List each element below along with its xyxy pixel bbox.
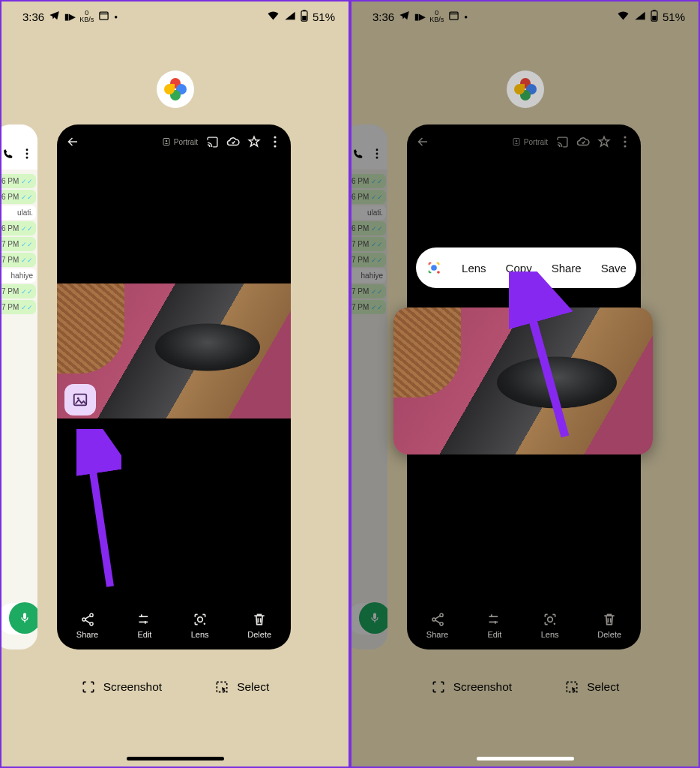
more-icon xyxy=(25,148,28,159)
google-photos-app-icon[interactable] xyxy=(157,70,194,108)
whatsapp-header xyxy=(350,124,387,170)
svg-point-31 xyxy=(376,157,378,159)
status-right: 51% xyxy=(267,10,335,24)
svg-point-21 xyxy=(203,623,205,626)
dot-icon: ● xyxy=(464,14,468,20)
list-item: 7 PM ✓✓ xyxy=(0,253,36,267)
share-icon xyxy=(80,612,95,627)
whatsapp-recent-card[interactable]: 6 PM ✓✓ 6 PM ✓✓ ulati. 6 PM ✓✓ 7 PM ✓✓ 7… xyxy=(350,124,387,650)
list-item: 6 PM ✓✓ xyxy=(0,190,36,204)
list-item: 7 PM ✓✓ xyxy=(0,300,36,314)
whatsapp-messages: 6 PM ✓✓ 6 PM ✓✓ ulati. 6 PM ✓✓ 7 PM ✓✓ 7… xyxy=(0,170,37,319)
screenshot-button[interactable]: Screenshot xyxy=(431,680,512,694)
image-picker-button[interactable] xyxy=(64,384,96,416)
list-item: 7 PM ✓✓ xyxy=(0,237,36,251)
screenshot-label: Screenshot xyxy=(453,680,512,694)
google-photos-recent-card[interactable]: Portrait xyxy=(57,124,291,650)
edit-button[interactable]: Edit xyxy=(137,612,152,639)
delete-label: Delete xyxy=(247,630,271,639)
more-icon[interactable] xyxy=(618,135,632,148)
photo-device-region xyxy=(155,323,260,370)
delete-button[interactable]: Delete xyxy=(597,612,621,639)
photo-content[interactable] xyxy=(57,284,291,418)
popup-save-button[interactable]: Save xyxy=(601,262,627,274)
edit-button[interactable]: Edit xyxy=(487,612,502,639)
star-icon[interactable] xyxy=(247,135,261,148)
image-icon xyxy=(72,392,88,408)
list-item: 7 PM ✓✓ xyxy=(350,300,386,314)
photo-bottom-actions: Share Edit Lens Delete xyxy=(57,612,291,639)
google-lens-icon xyxy=(426,260,442,276)
screenshot-right: 3:36 ▮▶ 0KB/s ● 51% 6 PM ✓✓ 6 PM ✓✓ ulat… xyxy=(350,0,700,768)
select-button[interactable]: Select xyxy=(564,680,619,694)
cloud-icon[interactable] xyxy=(226,135,240,148)
svg-point-5 xyxy=(26,148,28,151)
mic-icon xyxy=(369,612,381,624)
svg-point-42 xyxy=(547,617,552,622)
more-icon xyxy=(375,148,378,159)
svg-point-7 xyxy=(26,157,28,159)
photo-basket-region xyxy=(393,308,461,398)
cast-icon[interactable] xyxy=(205,135,219,148)
back-icon[interactable] xyxy=(416,135,429,148)
lens-button[interactable]: Lens xyxy=(541,612,559,639)
svg-rect-0 xyxy=(100,12,108,20)
popup-share-button[interactable]: Share xyxy=(552,262,582,274)
portrait-chip[interactable]: Portrait xyxy=(162,137,198,146)
share-button[interactable]: Share xyxy=(76,612,98,639)
cloud-icon[interactable] xyxy=(576,135,590,148)
popup-lens-button[interactable]: Lens xyxy=(462,262,486,274)
trash-icon xyxy=(252,612,267,627)
svg-rect-4 xyxy=(302,16,307,20)
svg-point-36 xyxy=(624,145,626,147)
status-right: 51% xyxy=(617,10,685,24)
screenshot-label: Screenshot xyxy=(103,680,162,694)
lens-icon xyxy=(543,612,558,627)
whatsapp-mic-button[interactable] xyxy=(359,602,387,634)
list-item: 7 PM ✓✓ xyxy=(350,284,386,298)
cast-icon[interactable] xyxy=(555,135,569,148)
battery-text: 51% xyxy=(663,10,685,23)
photo-device-region xyxy=(497,357,617,409)
svg-rect-24 xyxy=(450,12,458,20)
clock: 3:36 xyxy=(22,10,44,23)
svg-point-40 xyxy=(491,616,493,618)
list-item: ulati. xyxy=(0,206,36,220)
select-icon xyxy=(214,680,229,694)
more-icon[interactable] xyxy=(268,135,282,148)
svg-rect-3 xyxy=(303,10,305,11)
screenshot-button[interactable]: Screenshot xyxy=(81,680,162,694)
telegram-icon xyxy=(399,10,410,23)
id-icon: ▮▶ xyxy=(414,12,425,22)
svg-point-44 xyxy=(431,265,437,271)
edit-label: Edit xyxy=(137,630,151,639)
google-photos-app-icon[interactable] xyxy=(507,70,544,108)
list-item: 6 PM ✓✓ xyxy=(350,174,386,188)
trash-icon xyxy=(602,612,617,627)
svg-rect-28 xyxy=(652,16,657,20)
popup-copy-button[interactable]: Copy xyxy=(506,262,532,274)
id-icon: ▮▶ xyxy=(64,12,75,22)
signal-icon xyxy=(284,10,296,23)
back-icon[interactable] xyxy=(66,135,79,148)
share-button[interactable]: Share xyxy=(426,612,448,639)
list-item: 6 PM ✓✓ xyxy=(350,221,386,236)
delete-button[interactable]: Delete xyxy=(247,612,271,639)
svg-point-12 xyxy=(274,145,276,147)
portrait-icon xyxy=(162,137,171,146)
share-label: Share xyxy=(426,630,448,639)
whatsapp-mic-button[interactable] xyxy=(9,602,37,634)
select-button[interactable]: Select xyxy=(214,680,269,694)
extracted-image-preview[interactable] xyxy=(393,308,653,454)
lens-button[interactable]: Lens xyxy=(191,612,209,639)
nav-handle[interactable] xyxy=(127,757,224,760)
star-icon[interactable] xyxy=(597,135,611,148)
svg-point-45 xyxy=(437,271,440,274)
svg-point-29 xyxy=(376,148,378,151)
svg-point-34 xyxy=(624,136,626,138)
nav-handle[interactable] xyxy=(477,757,574,760)
whatsapp-recent-card[interactable]: 6 PM ✓✓ 6 PM ✓✓ ulati. 6 PM ✓✓ 7 PM ✓✓ 7… xyxy=(0,124,37,650)
image-action-popup: Lens Copy Share Save xyxy=(416,248,636,288)
portrait-chip[interactable]: Portrait xyxy=(512,137,548,146)
list-item: 7 PM ✓✓ xyxy=(350,237,386,251)
